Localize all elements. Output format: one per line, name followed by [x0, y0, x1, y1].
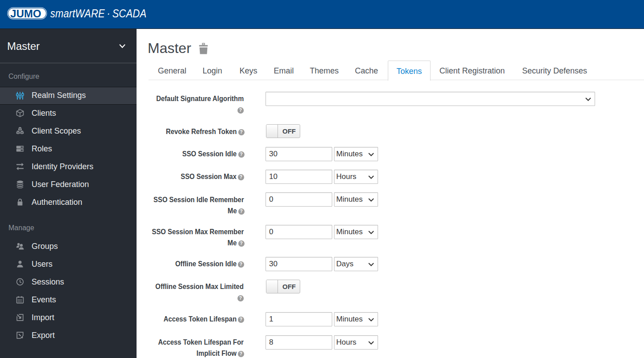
svg-text:JUMO: JUMO: [10, 8, 41, 20]
